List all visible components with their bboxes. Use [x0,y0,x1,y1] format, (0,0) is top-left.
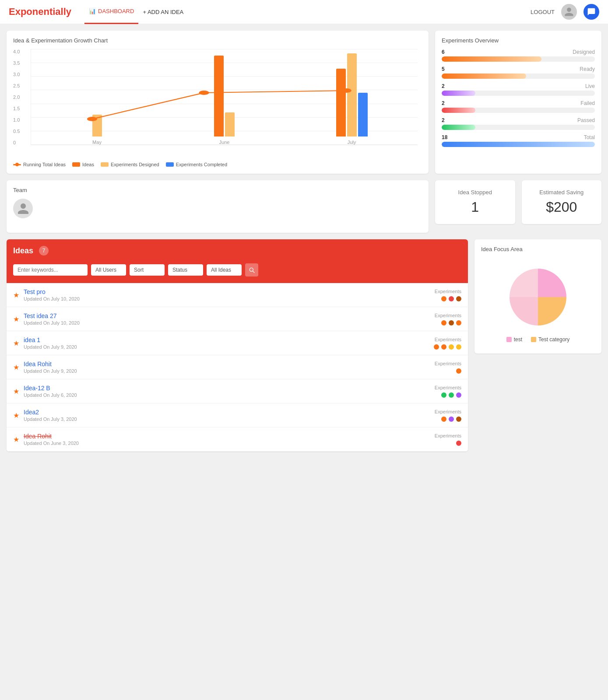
idea-date-1: Updated On July 10, 2020 [24,320,435,326]
exp-row-total: 18 Total [442,134,595,147]
idea-experiments-5: Experiments [435,409,461,422]
idea-name-6[interactable]: Idea Rohit [24,433,435,440]
star-icon-2[interactable]: ★ [13,339,19,347]
top-row: Idea & Experimentation Growth Chart 4.0 … [7,31,601,174]
idea-item-1: ★ Test idea 27 Updated On July 10, 2020 … [7,307,468,331]
idea-item-4: ★ Idea-12 B Updated On July 6, 2020 Expe… [7,379,468,403]
idea-experiments-1: Experiments [435,313,461,326]
ideas-filters: All Users Sort Status All Ideas [13,263,461,276]
overview-title: Experiments Overview [442,37,595,44]
idea-stopped-card: Idea Stopped 1 [435,180,515,224]
main-nav: 📊 DASHBOARD + ADD AN IDEA [84,0,188,24]
chart-area: 4.0 3.5 3.0 2.5 2.0 1.5 1.0 0.5 0 [13,49,422,158]
month-june: June [161,53,288,145]
logout-button[interactable]: LOGOUT [531,9,555,15]
users-filter-select[interactable]: All Users [91,264,126,276]
idea-stopped-value: 1 [442,199,509,215]
chart-title: Idea & Experimentation Growth Chart [13,37,422,44]
idea-date-5: Updated On July 3, 2020 [24,416,435,422]
all-ideas-filter-select[interactable]: All Ideas [207,264,242,276]
team-title: Team [13,187,422,193]
ideas-title: Ideas [13,246,33,256]
bars-group: May June [31,49,418,145]
estimated-saving-card: Estimated Saving $200 [522,180,602,224]
chart-legend: Running Total Ideas Ideas Experiments De… [13,162,422,167]
idea-date-2: Updated On July 9, 2020 [24,344,434,350]
chart-y-labels: 4.0 3.5 3.0 2.5 2.0 1.5 1.0 0.5 0 [13,49,24,145]
exp-row-designed: 6 Designed [442,49,595,62]
may-ideas-bar [92,115,102,136]
idea-name-5[interactable]: Idea2 [24,409,435,416]
idea-name-2[interactable]: idea 1 [24,336,434,343]
idea-name-4[interactable]: Idea-12 B [24,385,435,392]
idea-item-0: ★ Test pro Updated On July 10, 2020 Expe… [7,283,468,307]
star-icon-0[interactable]: ★ [13,291,19,299]
team-avatar [13,199,33,218]
exp-row-failed: 2 Failed [442,100,595,113]
chat-button[interactable] [583,4,599,20]
idea-date-0: Updated On July 10, 2020 [24,296,435,301]
ideas-list: ★ Test pro Updated On July 10, 2020 Expe… [7,283,468,452]
avatar[interactable] [561,4,577,20]
dashboard-icon: 📊 [89,8,96,14]
idea-experiments-6: Experiments [435,433,461,446]
chart-card: Idea & Experimentation Growth Chart 4.0 … [7,31,429,174]
sort-filter-select[interactable]: Sort [130,264,165,276]
idea-date-4: Updated On July 6, 2020 [24,392,435,398]
july-exp-completed-bar [358,93,368,136]
star-icon-5[interactable]: ★ [13,411,19,420]
pie-chart-container: test Test category [481,258,595,347]
july-ideas-bar [336,69,346,136]
july-exp-designed-bar [347,53,357,136]
exp-row-passed: 2 Passed [442,117,595,130]
pie-chart [499,262,577,332]
nav-dashboard[interactable]: 📊 DASHBOARD [84,0,138,24]
logo: Exponentially [9,6,71,18]
ideas-header: Ideas 7 All Users Sort Status All Id [7,239,468,283]
search-icon [248,266,255,273]
idea-name-3[interactable]: Idea Rohit [24,360,435,368]
idea-experiments-4: Experiments [435,385,461,398]
stat-cards: Idea Stopped 1 Estimated Saving $200 [435,180,601,233]
ideas-count-badge: 7 [39,246,49,256]
idea-item-3: ★ Idea Rohit Updated On July 9, 2020 Exp… [7,355,468,379]
header: Exponentially 📊 DASHBOARD + ADD AN IDEA … [0,0,608,24]
exp-row-ready: 5 Ready [442,66,595,79]
main-content: Idea & Experimentation Growth Chart 4.0 … [0,24,608,458]
idea-item-5: ★ Idea2 Updated On July 3, 2020 Experime… [7,403,468,427]
star-icon-6[interactable]: ★ [13,435,19,444]
june-exp-designed-bar [225,112,235,136]
keyword-filter-input[interactable] [13,264,88,276]
star-icon-1[interactable]: ★ [13,315,19,323]
experiments-overview-card: Experiments Overview 6 Designed 5 Ready … [435,31,601,174]
header-right: LOGOUT [531,4,599,20]
month-may: May [33,53,161,145]
idea-name-0[interactable]: Test pro [24,288,435,295]
focus-area-card: Idea Focus Area test [474,239,601,354]
chart-inner: May June [31,49,418,145]
search-button[interactable] [245,263,258,276]
idea-name-1[interactable]: Test idea 27 [24,312,435,319]
pie-legend: test Test category [506,336,570,343]
exp-row-live: 2 Live [442,83,595,96]
team-card: Team [7,180,429,233]
middle-row: Team Idea Stopped 1 Estimated Saving $20… [7,180,601,233]
focus-area-title: Idea Focus Area [481,246,595,252]
idea-item-6: ★ Idea Rohit Updated On June 3, 2020 Exp… [7,427,468,452]
experiments-rows: 6 Designed 5 Ready 2 Live [442,49,595,147]
idea-experiments-3: Experiments [435,361,461,374]
idea-stopped-label: Idea Stopped [442,189,509,196]
estimated-saving-value: $200 [528,199,595,215]
idea-date-6: Updated On June 3, 2020 [24,441,435,446]
bottom-row: Ideas 7 All Users Sort Status All Id [7,239,601,452]
month-july: July [288,53,415,145]
idea-experiments-0: Experiments [435,289,461,301]
star-icon-3[interactable]: ★ [13,363,19,371]
star-icon-4[interactable]: ★ [13,387,19,396]
june-ideas-bar [214,56,224,136]
idea-item-2: ★ idea 1 Updated On July 9, 2020 Experim… [7,331,468,355]
idea-experiments-2: Experiments [434,337,461,350]
status-filter-select[interactable]: Status [168,264,203,276]
ideas-card: Ideas 7 All Users Sort Status All Id [7,239,468,452]
nav-add-idea[interactable]: + ADD AN IDEA [138,0,188,24]
